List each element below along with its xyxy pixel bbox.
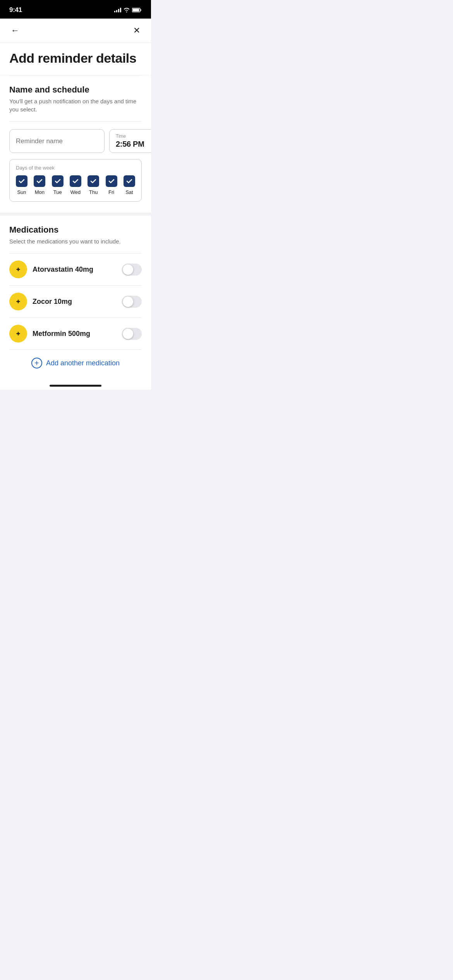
toggle-knob-metformin — [123, 329, 133, 339]
signal-icon — [114, 8, 121, 12]
toggle-knob-zocor — [123, 296, 133, 307]
battery-icon — [132, 8, 142, 12]
medications-title: Medications — [9, 225, 142, 235]
status-time: 9:41 — [9, 6, 22, 14]
med-icon-metformin — [9, 325, 27, 343]
time-label: Time — [116, 134, 149, 139]
add-medication-icon: + — [31, 358, 42, 368]
name-schedule-section: Name and schedule You'll get a push noti… — [0, 75, 151, 212]
day-item-fri: Fri — [106, 175, 117, 195]
med-icon-atorvastatin — [9, 260, 27, 278]
med-icon-zocor — [9, 293, 27, 310]
day-name-mon: Mon — [35, 189, 45, 195]
med-name-zocor: Zocor 10mg — [33, 298, 117, 306]
day-item-sun: Sun — [16, 175, 27, 195]
days-row: Sun Mon Tue — [16, 175, 135, 195]
day-name-sun: Sun — [17, 189, 26, 195]
status-icons — [114, 8, 142, 12]
med-item-atorvastatin: Atorvastatin 40mg — [9, 254, 142, 285]
reminder-name-input[interactable] — [9, 129, 105, 153]
med-name-atorvastatin: Atorvastatin 40mg — [33, 266, 117, 274]
med-item-metformin: Metformin 500mg — [9, 318, 142, 350]
day-checkbox-wed[interactable] — [70, 175, 81, 187]
day-name-thu: Thu — [89, 189, 98, 195]
wifi-icon — [124, 8, 130, 12]
toggle-zocor[interactable] — [122, 296, 142, 308]
svg-rect-1 — [133, 9, 139, 12]
day-name-wed: Wed — [70, 189, 81, 195]
toggle-metformin[interactable] — [122, 328, 142, 340]
days-label: Days of the week — [16, 165, 135, 171]
day-item-tue: Tue — [52, 175, 63, 195]
day-item-mon: Mon — [34, 175, 45, 195]
day-name-fri: Fri — [108, 189, 114, 195]
home-bar — [50, 385, 101, 387]
med-name-metformin: Metformin 500mg — [33, 330, 117, 338]
toggle-knob-atorvastatin — [123, 264, 133, 275]
day-name-tue: Tue — [53, 189, 62, 195]
back-button[interactable]: ← — [9, 25, 21, 36]
name-schedule-desc: You'll get a push notification on the da… — [9, 97, 142, 113]
day-item-thu: Thu — [88, 175, 99, 195]
day-checkbox-thu[interactable] — [88, 175, 99, 187]
day-checkbox-fri[interactable] — [106, 175, 117, 187]
status-bar: 9:41 — [0, 0, 151, 19]
page-title-section: Add reminder details — [0, 43, 151, 75]
time-field[interactable]: Time 2:56 PM — [109, 129, 151, 153]
day-checkbox-mon[interactable] — [34, 175, 45, 187]
page-title: Add reminder details — [9, 51, 142, 66]
day-item-sat: Sat — [124, 175, 135, 195]
medications-desc: Select the medications you want to inclu… — [9, 237, 142, 245]
home-indicator — [0, 381, 151, 390]
day-item-wed: Wed — [70, 175, 81, 195]
add-medication-label: Add another medication — [46, 359, 120, 367]
time-value: 2:56 PM — [116, 140, 149, 149]
close-button[interactable]: ✕ — [132, 25, 142, 36]
day-checkbox-sun[interactable] — [16, 175, 27, 187]
medications-section: Medications Select the medications you w… — [0, 216, 151, 350]
med-item-zocor: Zocor 10mg — [9, 286, 142, 317]
days-container: Days of the week Sun Mon — [9, 159, 142, 202]
day-name-sat: Sat — [125, 189, 133, 195]
day-checkbox-sat[interactable] — [124, 175, 135, 187]
day-checkbox-tue[interactable] — [52, 175, 63, 187]
add-medication-row[interactable]: + Add another medication — [0, 350, 151, 381]
name-schedule-title: Name and schedule — [9, 85, 142, 95]
toggle-atorvastatin[interactable] — [122, 264, 142, 276]
form-row: Time 2:56 PM — [9, 129, 142, 153]
nav-bar: ← ✕ — [0, 19, 151, 43]
section-separator — [0, 212, 151, 216]
